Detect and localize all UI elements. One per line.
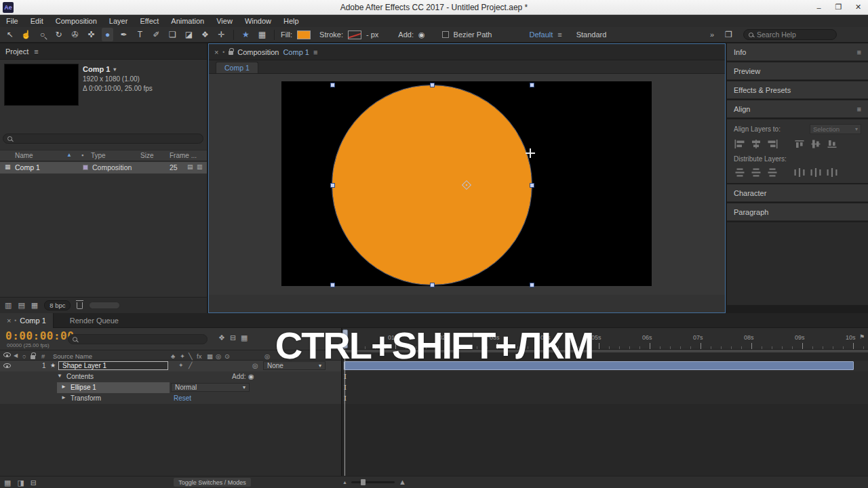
distribute-right-icon[interactable] [826, 168, 838, 177]
brush-tool-icon[interactable]: ✐ [151, 28, 162, 41]
expand-in-out-columns-icon[interactable]: ▦ [4, 479, 11, 487]
align-bottom-icon[interactable] [826, 140, 838, 148]
expand-open-icon[interactable]: ▼ [57, 373, 62, 379]
toolbar-overflow-icon[interactable]: » [710, 30, 714, 39]
fill-label[interactable]: Fill: [281, 30, 292, 39]
align-top-icon[interactable] [793, 140, 806, 148]
clone-stamp-tool-icon[interactable]: ❏ [167, 28, 178, 41]
zoom-slider-handle[interactable] [361, 479, 366, 485]
zoom-slider[interactable] [351, 481, 395, 483]
panel-header-effects-presets[interactable]: Effects & Presets [727, 81, 868, 99]
close-tab-icon[interactable]: × [214, 48, 218, 56]
panel-header-align[interactable]: Align ≡ [727, 100, 868, 118]
menu-composition[interactable]: Composition [50, 15, 103, 27]
ellipse-shape[interactable] [332, 85, 532, 285]
stroke-color-swatch[interactable] [348, 30, 361, 39]
lock-icon[interactable] [229, 51, 233, 55]
workspace-menu-icon[interactable]: ≡ [557, 30, 561, 39]
panel-title[interactable]: Composition [237, 48, 279, 56]
selection-tool-icon[interactable]: ↖ [4, 28, 16, 41]
menu-animation[interactable]: Animation [165, 15, 210, 27]
align-vertical-center-icon[interactable] [810, 140, 822, 148]
row-name[interactable]: Comp 1 [15, 163, 40, 171]
current-time-indicator-line[interactable] [344, 350, 345, 476]
selection-handle[interactable] [430, 283, 435, 287]
puppet-pin-tool-icon[interactable]: ✛ [216, 28, 227, 41]
eraser-tool-icon[interactable]: ◪ [183, 28, 195, 41]
group-row-transform[interactable]: ► Transform Reset [0, 393, 341, 404]
bezier-path-checkbox[interactable] [442, 31, 449, 38]
panel-header-info[interactable]: Info ≡ [727, 43, 868, 61]
group-row-contents[interactable]: ▼ Contents Add: ◉ [0, 371, 341, 382]
panel-menu-icon[interactable]: ≡ [34, 47, 38, 56]
contents-label[interactable]: Contents [66, 373, 94, 380]
stroke-width-value[interactable]: - px [366, 30, 378, 39]
label-column-icon[interactable]: ▪ [81, 152, 83, 159]
panel-comp-name[interactable]: Comp 1 [283, 48, 309, 56]
menu-window[interactable]: Window [239, 15, 277, 27]
stroke-label[interactable]: Stroke: [319, 30, 343, 39]
panel-header-character[interactable]: Character [727, 184, 868, 202]
selection-handle[interactable] [530, 83, 534, 87]
zoom-tool-icon[interactable]: ○ [37, 28, 48, 41]
zoom-out-icon[interactable]: ▲ [342, 480, 347, 485]
type-tool-icon[interactable]: T [134, 28, 146, 41]
add-shape-button[interactable]: ◉ [418, 30, 425, 39]
expand-closed-icon[interactable]: ► [61, 384, 66, 390]
pan-behind-tool-icon[interactable]: ✜ [85, 28, 97, 41]
viewer-tab-comp1[interactable]: Comp 1 [216, 62, 258, 73]
reset-link[interactable]: Reset [174, 394, 191, 402]
selection-handle[interactable] [330, 83, 335, 87]
expand-transfer-columns-icon[interactable]: ⊟ [31, 479, 37, 487]
distribute-left-icon[interactable] [793, 168, 806, 177]
panel-menu-icon[interactable]: ≡ [857, 105, 861, 113]
bit-depth-badge[interactable]: 8 bpc [44, 300, 71, 310]
menu-effect[interactable]: Effect [134, 15, 165, 27]
selection-handle[interactable] [330, 283, 335, 287]
ellipse-shape-tool-icon[interactable]: ● [102, 28, 113, 41]
new-folder-icon[interactable]: ▤ [18, 301, 24, 310]
hand-tool-icon[interactable]: ☝ [20, 28, 32, 41]
ellipse-label[interactable]: Ellipse 1 [71, 384, 96, 391]
new-composition-icon[interactable]: ▦ [31, 301, 38, 310]
label-color-chip[interactable] [83, 165, 88, 170]
align-horizontal-center-icon[interactable] [750, 140, 762, 148]
distribute-horizontal-center-icon[interactable] [810, 168, 822, 177]
sync-settings-icon[interactable]: ❐ [723, 28, 734, 41]
fill-color-swatch[interactable] [297, 30, 311, 39]
rotation-tool-icon[interactable]: ↻ [53, 28, 64, 41]
project-search-field[interactable] [3, 134, 203, 144]
expand-switches-columns-icon[interactable]: ◨ [17, 479, 24, 487]
panel-menu-icon[interactable]: ≡ [313, 48, 317, 56]
search-help-box[interactable]: Search Help [743, 29, 837, 40]
camera-tool-icon[interactable]: ✇ [69, 28, 81, 41]
distribute-vertical-center-icon[interactable] [750, 168, 762, 177]
composition-canvas[interactable] [281, 81, 652, 286]
column-frame-rate[interactable]: Frame ... [170, 152, 197, 159]
menu-edit[interactable]: Edit [24, 15, 50, 27]
align-left-icon[interactable] [734, 140, 746, 148]
expand-closed-icon[interactable]: ► [61, 394, 66, 401]
tool-creates-mask-icon[interactable]: ▦ [256, 28, 268, 41]
toggle-switches-modes-button[interactable]: Toggle Switches / Modes [174, 478, 251, 487]
tool-creates-shape-icon[interactable]: ★ [240, 28, 252, 41]
menu-file[interactable]: File [0, 15, 24, 27]
pen-tool-icon[interactable]: ✒ [118, 28, 130, 41]
panel-header-paragraph[interactable]: Paragraph [727, 203, 868, 221]
caret-down-icon[interactable]: ▾ [113, 66, 116, 73]
workspace-standard-button[interactable]: Standard [576, 30, 607, 39]
selection-handle[interactable] [330, 183, 335, 188]
workspace-default-button[interactable]: Default [529, 30, 553, 39]
composition-viewer[interactable]: ◧ ▥ (30.5%) ▾ ⊞ ✛ 0:00:00:00 ✇ ◫ ❖ (Thir… [209, 74, 725, 295]
distribute-bottom-icon[interactable] [766, 168, 778, 177]
align-right-icon[interactable] [766, 140, 778, 148]
column-type[interactable]: Type [91, 152, 106, 159]
panel-menu-icon[interactable]: ≡ [857, 48, 861, 56]
add-property-button[interactable]: ◉ [248, 373, 254, 380]
distribute-top-icon[interactable] [734, 168, 746, 177]
project-row-comp1[interactable]: ▦ Comp 1 Composition 25 ▤ ▥ [0, 162, 207, 174]
selection-handle[interactable] [430, 83, 435, 87]
interpret-footage-icon[interactable]: ▥ [5, 301, 12, 310]
roto-brush-tool-icon[interactable]: ❖ [199, 28, 211, 41]
selection-handle[interactable] [530, 183, 534, 188]
